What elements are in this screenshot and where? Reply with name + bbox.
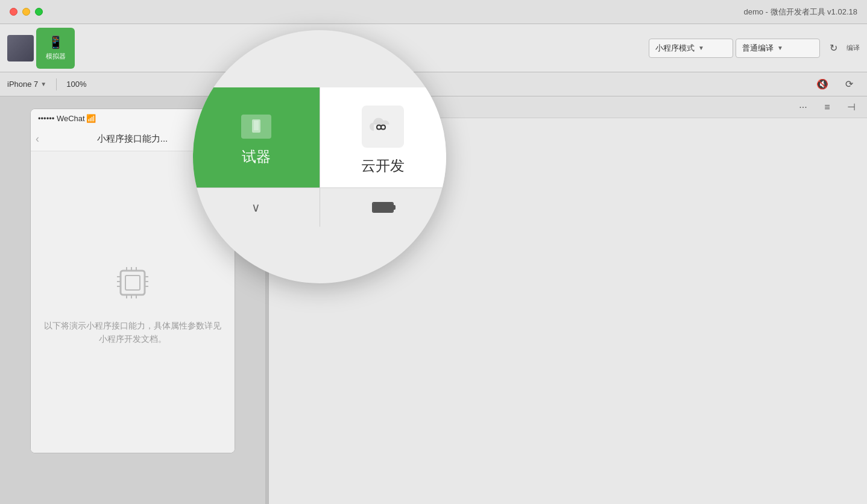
toolbar: 📱 模拟器 小程序模式 ▼ 普通编译 ▼ ↻ 编译 [0, 24, 867, 72]
minimize-button[interactable] [22, 8, 30, 16]
magnify-row-bottom: ∨ [193, 188, 446, 227]
chevron-down-icon: ∨ [251, 200, 260, 215]
phone-content-text: 以下将演示小程序接口能力，具体属性参数详见 小程序开发文档。 [44, 319, 221, 346]
separator [56, 78, 57, 90]
close-button[interactable] [10, 8, 17, 16]
simulator-label: 模拟器 [46, 52, 66, 61]
svg-rect-0 [121, 271, 145, 295]
cloud-dev-label: 云开发 [361, 156, 405, 175]
refresh-button[interactable]: ↻ [822, 37, 844, 59]
sound-icon[interactable]: 🔇 [812, 74, 833, 95]
compile-label: 编译 [847, 43, 860, 52]
compile-mode-dropdown[interactable]: 普通编译 ▼ [736, 39, 820, 58]
zoom-level: 100% [66, 80, 86, 89]
device-name: iPhone 7 [7, 80, 38, 89]
window-title: demo - 微信开发者工具 v1.02.18 [743, 7, 857, 17]
rotate-icon[interactable]: ⟳ [838, 74, 860, 95]
simulator-cell[interactable]: 试器 [193, 87, 320, 187]
chevron-down-icon: ▼ [40, 81, 46, 87]
device-bar: iPhone 7 ▼ 100% 🔇 ⟳ [0, 72, 867, 96]
program-mode-label: 小程序模式 [655, 43, 695, 54]
refresh-icon: ↻ [830, 42, 837, 54]
titlebar: demo - 微信开发者工具 v1.02.18 [0, 0, 867, 24]
magnify-overlay: 试器 云开发 ∨ [193, 30, 446, 283]
settings-button[interactable]: ⊣ [843, 99, 860, 116]
device-selector[interactable]: iPhone 7 ▼ [7, 80, 46, 89]
compile-mode-label: 普通编译 [742, 43, 774, 54]
simulator-icon: 📱 [48, 35, 63, 49]
phone-small-icon [241, 115, 271, 139]
svg-rect-17 [254, 121, 259, 130]
chevron-down-icon: ▼ [698, 45, 704, 51]
more-button[interactable]: ··· [795, 99, 812, 116]
chevron-cell-left[interactable]: ∨ [193, 188, 320, 227]
collapse-button[interactable]: ≡ [819, 99, 836, 116]
avatar[interactable] [7, 35, 34, 61]
chip-icon [109, 259, 157, 307]
simulator-button[interactable]: 📱 模拟器 [36, 28, 75, 69]
cloud-dev-cell[interactable]: 云开发 [320, 87, 447, 187]
maximize-button[interactable] [35, 8, 43, 16]
magnify-row-top: 试器 云开发 [193, 87, 446, 188]
program-mode-dropdown[interactable]: 小程序模式 ▼ [649, 39, 733, 58]
chevron-down-icon: ▼ [777, 45, 783, 51]
cloud-icon [362, 106, 404, 148]
simulator-partial-label: 试器 [242, 147, 271, 166]
traffic-lights [10, 8, 43, 16]
magnify-content: 试器 云开发 ∨ [193, 87, 446, 227]
svg-rect-1 [125, 276, 140, 290]
chevron-cell-right [320, 188, 447, 227]
signal-dots: •••••• WeChat 📶 [38, 114, 96, 123]
